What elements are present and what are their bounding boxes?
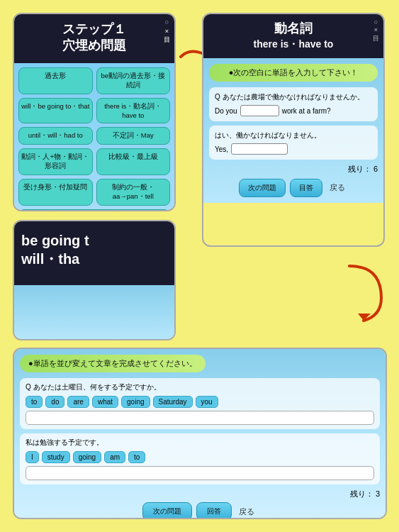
panel4-back-button[interactable]: 戻る [236,503,257,520]
chip-saturday[interactable]: Saturday [153,396,193,408]
panel2-title-jp: 動名詞 [208,20,379,37]
panel3-title-line1: be going t [21,231,167,250]
panel2-a1-row: Yes, [215,143,372,155]
panel3-title-line2: will・tha [21,250,167,268]
panel2-quiz: 動名詞 there is・have to ○ × 目 ●次の空白に単語を入力して… [202,13,385,247]
panel2-btn-row: 次の問題 目答 戻る [209,179,378,197]
panel1-title-line1: ステップ１ [18,21,170,38]
panel2-score-label: 残り： [348,165,371,173]
panel4-arrange: ●単語を並び変えて文章を完成させてください。 Q あなたは土曜日、何をする予定で… [13,348,387,519]
panel4-ans-text: 私は勉強する予定です。 [26,438,374,448]
panel3-header: be going t will・tha [14,221,174,285]
panel4-score-value: 3 [376,489,380,498]
panel1-menu: ステップ１ 穴埋め問題 ○ × 目 過去形 be動詞の過去形・接続詞 will・… [13,13,176,211]
circle-icon2: ○ [373,18,379,26]
menu-item-doushi[interactable]: 動詞・人+物・動詞・形容詞 [18,148,93,175]
chip-to2[interactable]: to [128,451,145,463]
panel2-answer1: はい、働かなければなりません。 Yes, [209,126,378,160]
q1-prefix: Do you [215,107,237,115]
menu-item-seiyaku[interactable]: 制約の一般・aa→pan・tell [96,179,171,206]
panel2-corner-icons: ○ × 目 [373,18,379,43]
panel4-ans-chips: I study going am to [26,451,374,463]
panel2-answer-button[interactable]: 目答 [290,179,322,197]
panel1-header: ステップ１ 穴埋め問題 ○ × 目 [14,14,174,63]
panel2-instruction: ●次の空白に単語を入力して下さい！ [209,64,378,82]
menu-item-will[interactable]: will・be going to・that [18,98,93,123]
menu-item-shugo[interactable]: 主語（物・動名詞）・不定詞 [18,209,170,211]
panel4-instruction: ●単語を並び変えて文章を完成させてください。 [20,355,380,378]
panel4-btn-row: 次の問題 回答 戻る [20,502,380,519]
eye-icon: 目 [164,36,170,45]
panel4-score: 残り： 3 [20,489,380,499]
panel1-title-line2: 穴埋め問題 [18,38,170,54]
panel4-score-label: 残り： [350,489,373,498]
panel4-next-button[interactable]: 次の問題 [142,502,192,519]
menu-item-until[interactable]: until・will・had to [18,127,93,145]
menu-item-ukemi[interactable]: 受け身形・付加疑問 [18,179,93,206]
eye-icon2: 目 [373,34,379,43]
panel2-a1-label: はい、働かなければなりません。 [215,131,372,140]
panel3-body [14,285,174,340]
chip-what[interactable]: what [92,396,118,408]
menu-item-be-past[interactable]: be動詞の過去形・接続詞 [96,67,171,94]
panel2-score-value: 6 [373,165,378,173]
q1-input[interactable] [240,105,279,116]
chip-to[interactable]: to [26,396,43,408]
panel2-body: ●次の空白に単語を入力して下さい！ Q あなたは農場で働かなければなりませんか。… [203,58,383,203]
panel3-partial: be going t will・tha [13,220,176,340]
panel1-corner-icons: ○ × 目 [164,18,170,45]
panel4-ans-answer-area[interactable] [26,466,374,480]
panel4-q-text: Q あなたは土曜日、何をする予定ですか。 [26,382,374,392]
menu-item-there-is[interactable]: there is・動名詞・have to [96,98,171,123]
panel1-body: 過去形 be動詞の過去形・接続詞 will・be going to・that t… [14,63,174,211]
a1-input[interactable] [231,143,288,155]
chip-study[interactable]: study [42,451,70,463]
panel2-header: 動名詞 there is・have to ○ × 目 [203,14,383,58]
menu-item-hikaku[interactable]: 比較級・最上級 [96,148,171,175]
chip-going2[interactable]: going [73,451,101,463]
chip-are[interactable]: are [67,396,89,408]
chip-I[interactable]: I [26,451,39,463]
panel4-instruction-text: ●単語を並び変えて文章を完成させてください。 [20,355,206,372]
panel2-next-button[interactable]: 次の問題 [239,179,286,197]
panel2-back-button[interactable]: 戻る [327,179,348,197]
chip-am[interactable]: am [104,451,125,463]
panel2-score: 残り： 6 [209,164,378,174]
arrow-down [335,262,378,319]
panel4-word-chips: to do are what going Saturday you [26,396,374,408]
chip-do[interactable]: do [45,396,64,408]
panel4-answer-button[interactable]: 回答 [196,502,232,519]
chip-going[interactable]: going [121,396,150,408]
panel4-q-answer-area[interactable] [26,411,374,425]
panel2-title-en: there is・have to [208,38,379,51]
q1-suffix: work at a farm? [282,107,331,115]
circle-icon: ○ [164,18,170,27]
panel4-answer: 私は勉強する予定です。 I study going am to [20,433,380,484]
panel4-question: Q あなたは土曜日、何をする予定ですか。 to do are what goin… [20,378,380,429]
panel2-q1-label: Q あなたは農場で働かなければなりませんか。 [215,92,372,102]
cross-icon: × [164,28,170,36]
panel2-question1: Q あなたは農場で働かなければなりませんか。 Do you work at a … [209,87,378,121]
menu-item-futeishi[interactable]: 不定詞・May [96,127,171,145]
panel2-q1-row: Do you work at a farm? [215,105,372,116]
chip-you[interactable]: you [196,396,218,408]
panel4-body: ●単語を並び変えて文章を完成させてください。 Q あなたは土曜日、何をする予定で… [14,349,386,518]
menu-item-past[interactable]: 過去形 [18,67,93,94]
a1-prefix: Yes, [215,145,228,153]
cross-icon2: × [373,26,379,33]
